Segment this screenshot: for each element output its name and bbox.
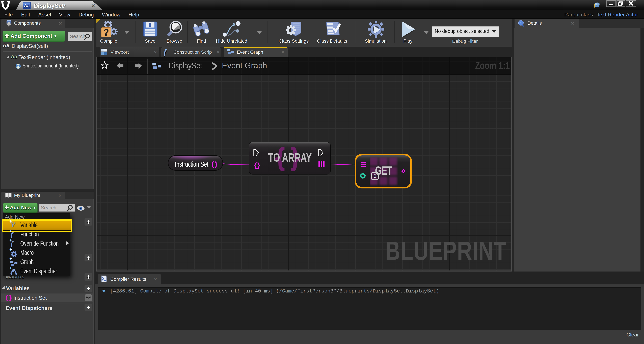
svg-text:?: ? xyxy=(103,27,109,38)
svg-text:i: i xyxy=(520,21,522,25)
